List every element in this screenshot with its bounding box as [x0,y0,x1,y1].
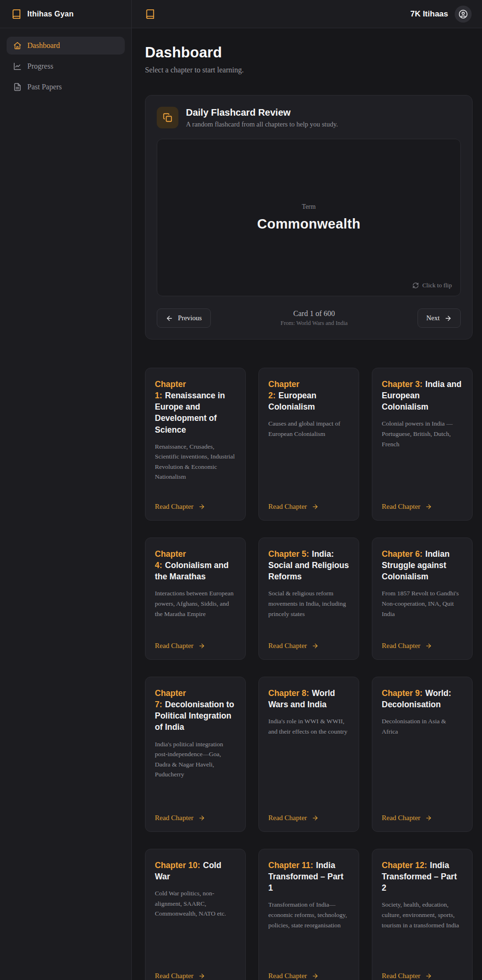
arrow-right-icon [198,814,205,822]
arrow-left-icon [166,315,173,322]
read-chapter-link[interactable]: Read Chapter [382,503,463,511]
chapter-number-prefix: Chapter 5: [268,549,309,559]
read-chapter-link[interactable]: Read Chapter [382,972,463,980]
previous-label: Previous [178,314,202,322]
arrow-right-icon [425,972,432,980]
chapter-description: Cold War politics, non-alignment, SAARC,… [155,888,236,964]
arrow-right-icon [312,814,319,822]
brand-name: Ithihas Gyan [27,10,73,18]
chapter-card-2[interactable]: Chapter 2:European Colonialism Causes an… [258,368,359,521]
arrow-right-icon [425,503,432,510]
chapter-number-prefix: Chapter 10: [155,861,200,870]
chapter-number-prefix: Chapter 3: [382,379,423,389]
read-chapter-label: Read Chapter [382,972,420,980]
chapter-title: Chapter 9:World: Decolonisation [382,688,463,710]
app-name: 7K Itihaas [410,9,448,19]
chapter-title: Chapter 6:Indian Struggle against Coloni… [382,548,463,582]
sidebar-item-label: Dashboard [27,41,60,50]
file-text-icon [13,83,22,91]
chapter-card-1[interactable]: Chapter 1:Renaissance in Europe and Deve… [145,368,246,521]
review-header: Daily Flashcard Review A random flashcar… [157,107,461,128]
chapter-description: From 1857 Revolt to Gandhi's Non-coopera… [382,588,463,633]
chapter-title: Chapter 12:India Transformed – Part 2 [382,860,463,893]
chapter-card-4[interactable]: Chapter 4:Colonialism and the Marathas I… [145,537,246,660]
chapter-description: Colonial powers in India — Portuguese, B… [382,419,463,494]
read-chapter-label: Read Chapter [268,642,307,650]
sidebar-item-progress[interactable]: Progress [7,57,125,75]
chapter-card-8[interactable]: Chapter 8:World Wars and India India's r… [258,677,359,832]
chapter-description: Renaissance, Crusades, Scientific invent… [155,442,236,494]
chapter-card-9[interactable]: Chapter 9:World: Decolonisation Decoloni… [372,677,473,832]
avatar-button[interactable] [455,6,472,23]
read-chapter-link[interactable]: Read Chapter [155,972,236,980]
chapter-number-prefix: Chapter 12: [382,861,427,870]
sidebar-item-label: Progress [27,62,53,71]
arrow-right-icon [312,503,319,510]
chapter-description: Society, health, education, culture, env… [382,900,463,964]
refresh-icon [412,282,419,289]
page-title: Dashboard [145,44,473,61]
read-chapter-link[interactable]: Read Chapter [382,814,463,822]
read-chapter-link[interactable]: Read Chapter [268,642,349,650]
previous-button[interactable]: Previous [157,308,211,328]
read-chapter-label: Read Chapter [155,814,193,822]
chapter-title-text: Decolonisation to Political Integration … [155,700,234,732]
read-chapter-label: Read Chapter [268,503,307,511]
arrow-right-icon [425,642,432,649]
next-label: Next [426,314,440,322]
review-header-text: Daily Flashcard Review A random flashcar… [186,107,338,128]
chapter-title: Chapter 3:India and European Colonialism [382,379,463,412]
chapter-card-5[interactable]: Chapter 5:India: Social and Religious Re… [258,537,359,660]
arrow-right-icon [312,972,319,980]
sidebar: Ithihas Gyan Dashboard Progress Past Pap… [0,0,132,980]
read-chapter-link[interactable]: Read Chapter [382,642,463,650]
book-icon [11,9,22,19]
chapter-card-7[interactable]: Chapter 7:Decolonisation to Political In… [145,677,246,832]
read-chapter-label: Read Chapter [382,642,420,650]
read-chapter-link[interactable]: Read Chapter [268,814,349,822]
read-chapter-link[interactable]: Read Chapter [155,814,236,822]
chapter-card-3[interactable]: Chapter 3:India and European Colonialism… [372,368,473,521]
chapter-title: Chapter 4:Colonialism and the Marathas [155,548,236,582]
arrow-right-icon [198,972,205,980]
sidebar-item-dashboard[interactable]: Dashboard [7,37,125,55]
read-chapter-label: Read Chapter [155,972,193,980]
read-chapter-link[interactable]: Read Chapter [268,503,349,511]
main-content: Dashboard Select a chapter to start lear… [132,28,482,980]
chapter-description: Social & religious reform movements in I… [268,588,349,633]
flip-hint: Click to flip [412,282,452,289]
next-button[interactable]: Next [418,308,461,328]
main-column: 7K Itihaas Dashboard Select a chapter to… [132,0,482,980]
flashcard-term: Commonwealth [257,216,361,232]
read-chapter-label: Read Chapter [155,503,193,511]
brand: Ithihas Gyan [0,0,131,28]
chapter-card-6[interactable]: Chapter 6:Indian Struggle against Coloni… [372,537,473,660]
read-chapter-link[interactable]: Read Chapter [155,642,236,650]
chapter-title: Chapter 5:India: Social and Religious Re… [268,548,349,582]
chapter-title: Chapter 11:India Transformed – Part 1 [268,860,349,893]
chapter-card-11[interactable]: Chapter 11:India Transformed – Part 1 Tr… [258,849,359,980]
chapter-title: Chapter 10:Cold War [155,860,236,882]
read-chapter-label: Read Chapter [382,503,420,511]
flashcard[interactable]: Term Commonwealth Click to flip [157,139,461,296]
chapter-number-prefix: Chapter 9: [382,688,423,698]
sidebar-item-past-papers[interactable]: Past Papers [7,78,125,96]
arrow-right-icon [198,642,205,649]
book-icon [145,9,155,19]
read-chapter-label: Read Chapter [382,814,420,822]
arrow-right-icon [198,503,205,510]
chapter-number-prefix: Chapter 8: [268,688,309,698]
sidebar-item-label: Past Papers [27,83,62,91]
read-chapter-link[interactable]: Read Chapter [155,503,236,511]
counter-text: Card 1 of 600 [281,309,348,318]
counter-source: From: World Wars and India [281,320,348,327]
review-subtitle: A random flashcard from all chapters to … [186,120,338,128]
line-chart-icon [13,62,22,71]
home-icon [13,41,22,50]
top-bar: 7K Itihaas [132,0,482,28]
chapter-card-12[interactable]: Chapter 12:India Transformed – Part 2 So… [372,849,473,980]
chapter-card-10[interactable]: Chapter 10:Cold War Cold War politics, n… [145,849,246,980]
chapter-title: Chapter 7:Decolonisation to Political In… [155,688,236,733]
read-chapter-link[interactable]: Read Chapter [268,972,349,980]
arrow-right-icon [425,814,432,822]
